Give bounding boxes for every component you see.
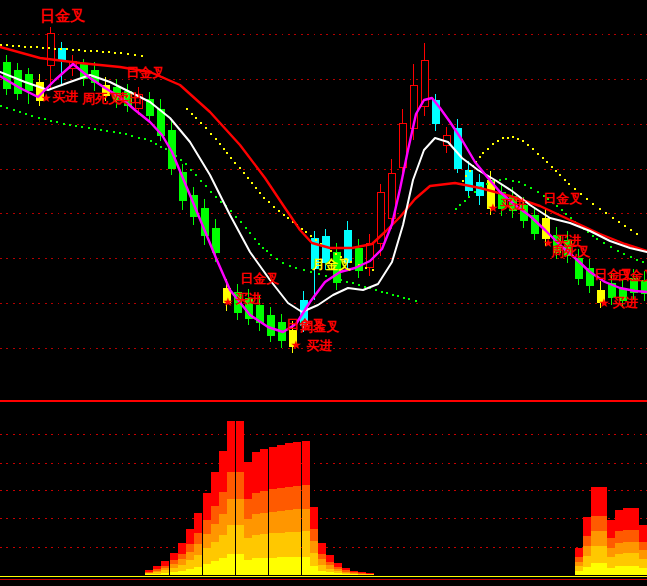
flame-bar-band	[236, 554, 244, 575]
flame-bar-band	[260, 558, 268, 575]
upper-band-yellow-dot	[219, 143, 221, 145]
lower-band-green-dot	[468, 196, 470, 198]
flame-bar-band	[326, 569, 334, 573]
lower-band-green-dot	[88, 127, 90, 129]
flame-bar-band	[350, 574, 358, 575]
flame-bar-band	[186, 529, 194, 544]
lower-band-green-dot	[220, 201, 222, 203]
lower-band-green-dot	[358, 284, 360, 286]
lower-band-green-dot	[230, 210, 232, 212]
flame-bar-band	[310, 553, 318, 566]
flame-bar-band	[350, 572, 358, 573]
upper-band-yellow-dot	[636, 233, 638, 235]
upper-band-yellow-dot	[230, 157, 232, 159]
lower-band-green-dot	[570, 217, 572, 219]
flame-bar-band	[350, 573, 358, 574]
flame-bar-band	[607, 538, 615, 548]
signal-label: 买进	[52, 89, 78, 104]
flame-bar-band	[203, 564, 211, 575]
flame-bar-band	[227, 525, 235, 554]
flame-bar-band	[318, 565, 326, 571]
upper-band-yellow-dot	[12, 45, 14, 47]
upper-band-yellow-dot	[469, 170, 471, 172]
lower-band-green-dot	[617, 250, 619, 252]
upper-band-yellow-dot	[372, 269, 374, 271]
flame-bar-band	[260, 449, 268, 491]
flame-bar-band	[170, 560, 178, 564]
flame-bar-band	[219, 535, 227, 559]
lower-band-green-dot	[561, 209, 563, 211]
upper-band-yellow-dot	[186, 108, 188, 110]
flame-bar-band	[631, 508, 639, 530]
flame-bar-band	[244, 519, 252, 538]
upper-band-yellow-dot	[630, 229, 632, 231]
flame-bar-band	[178, 565, 186, 571]
flame-bar-band	[639, 525, 647, 542]
upper-band-yellow-dot	[365, 267, 367, 269]
flame-bar-band	[285, 443, 293, 487]
flame-bar-band	[194, 533, 202, 544]
buy-star-icon: ★	[488, 201, 499, 215]
flame-bar-band	[145, 574, 153, 575]
upper-band-yellow-dot	[283, 214, 285, 216]
flame-bar-band	[178, 543, 186, 554]
upper-band-yellow-dot	[96, 50, 98, 52]
upper-band-yellow-dot	[36, 46, 38, 48]
flame-bar-band	[252, 452, 260, 493]
upper-band-yellow-dot	[555, 170, 557, 172]
flame-bar-band	[583, 546, 591, 556]
lower-band-green-dot	[499, 179, 501, 181]
lower-band-green-dot	[603, 242, 605, 244]
flame-bar-band	[194, 513, 202, 533]
lower-band-green-dot	[386, 292, 388, 294]
flame-bar-band	[227, 499, 235, 525]
lower-band-green-dot	[630, 256, 632, 258]
flame-bar-band	[211, 542, 219, 562]
flame-bar-band	[302, 509, 310, 532]
flame-bar-band	[244, 560, 252, 575]
lower-band-green-dot	[210, 191, 212, 193]
upper-band-yellow-dot	[210, 133, 212, 135]
flame-bar-band	[277, 533, 285, 558]
lower-band-green-dot	[0, 105, 2, 107]
lower-band-green-dot	[6, 107, 8, 109]
signal-label: 日金叉	[40, 7, 85, 25]
upper-band-yellow-dot	[54, 48, 56, 50]
flame-bar-band	[334, 571, 342, 573]
upper-band-yellow-dot	[48, 47, 50, 49]
flame-bar-band	[599, 546, 607, 563]
flame-bar-band	[236, 525, 244, 554]
stock-chart-window: ★★★★★★日金叉日金叉买进周死叉卖出日金叉买进日金叉周金叉买进月金叉日金叉买进…	[0, 0, 647, 586]
upper-band-yellow-dot	[120, 52, 122, 54]
flame-bar-band	[244, 462, 252, 499]
flame-bar-band	[203, 493, 211, 520]
flame-bar-band	[575, 571, 583, 575]
lower-band-green-dot	[352, 282, 354, 284]
lower-band-green-dot	[63, 123, 65, 125]
lower-band-green-dot	[530, 187, 532, 189]
flame-bar-band	[591, 516, 599, 531]
lower-band-green-dot	[175, 155, 177, 157]
flame-bar-band	[342, 572, 350, 573]
flame-bar-band	[293, 486, 301, 509]
flame-bar-band	[358, 572, 366, 573]
lower-band-green-dot	[474, 191, 476, 193]
lower-band-green-dot	[464, 200, 466, 202]
upper-band-yellow-dot	[502, 137, 504, 139]
flame-bar-band	[252, 535, 260, 558]
buy-star-icon: ★	[599, 296, 610, 310]
lower-band-green-dot	[50, 120, 52, 122]
flame-bar-band	[219, 514, 227, 535]
flame-bar-band	[631, 553, 639, 566]
flame-bar-band	[161, 570, 169, 573]
upper-band-yellow-dot	[273, 206, 275, 208]
upper-band-yellow-dot	[60, 48, 62, 50]
lower-band-green-dot	[340, 279, 342, 281]
flame-bar-band	[277, 511, 285, 533]
lower-band-green-dot	[459, 204, 461, 206]
upper-band-yellow-dot	[0, 44, 2, 46]
upper-band-yellow-dot	[542, 157, 544, 159]
flame-bar-band	[186, 552, 194, 560]
flame-bar-band	[269, 512, 277, 534]
flame-bar-band	[342, 574, 350, 575]
